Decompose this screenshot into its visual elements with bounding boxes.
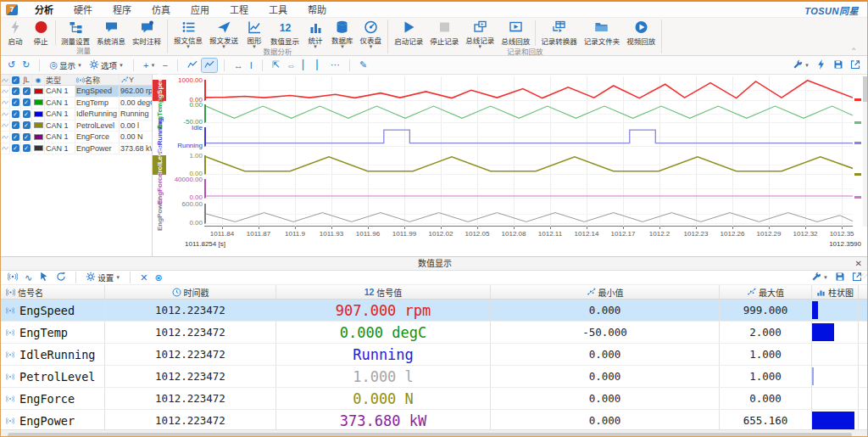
menu-tab[interactable]: 程序 (103, 1, 142, 18)
lane-label-PetrolLevel[interactable]: PetrolLevel (153, 155, 166, 175)
ribbon-button[interactable]: 记录转换器 (537, 18, 581, 48)
menu-tab[interactable]: 帮助 (298, 1, 337, 18)
ribbon-button[interactable]: 总线回放 (498, 18, 533, 48)
horizontal-scrollbar[interactable] (8, 433, 852, 437)
plot-canvas[interactable] (204, 76, 853, 227)
menu-tab[interactable]: 应用 (181, 1, 220, 18)
menu-tab[interactable]: 仿真 (142, 1, 181, 18)
graphics-tool-button[interactable]: ↻ (19, 59, 32, 71)
graphics-tool-button[interactable] (344, 59, 355, 72)
numeric-tool-button[interactable] (125, 271, 136, 284)
close-icon[interactable]: ✕ (855, 257, 862, 271)
x-tick-label: 1012.35 (821, 230, 863, 238)
graphics-tool-button[interactable] (202, 59, 217, 72)
ribbon-button[interactable]: 12 数值显示 (267, 18, 303, 48)
toolbar-icon: ∿ (25, 272, 32, 283)
current-value-gutter (854, 76, 862, 227)
graphics-tool-button[interactable]: 选项 ▼ (86, 59, 126, 72)
numeric-row[interactable]: IdleRunning 1012.223472 Running 0.000 1.… (1, 344, 868, 366)
graphics-tool-button[interactable]: ↔ (231, 59, 246, 71)
graphics-tool-button[interactable] (172, 59, 183, 72)
graphics-tool-button[interactable]: ▼ (790, 59, 812, 72)
numeric-row[interactable]: EngTemp 1012.223472 0.000 degC -50.000 2… (1, 322, 868, 344)
ribbon-button[interactable]: 报文信息 ▼ (170, 18, 206, 48)
numeric-tool-button[interactable]: ⊗ (152, 272, 164, 284)
graphics-tool-button[interactable] (257, 59, 268, 72)
graphics-tool-button[interactable] (185, 59, 200, 72)
lane-label-EngForce[interactable]: EngForce (153, 179, 166, 199)
header-signal-value[interactable]: 12信号值 (276, 285, 491, 299)
graphics-tool-button[interactable] (848, 59, 863, 72)
graphics-tool-button[interactable] (34, 59, 45, 72)
ribbon-button[interactable]: 实时注释 (129, 18, 164, 48)
graphics-tool-button[interactable]: ↺ (5, 59, 18, 71)
plot-scrollbar[interactable] (863, 76, 867, 227)
menu-tab[interactable]: 分析 (25, 1, 64, 18)
graphics-tool-button[interactable] (831, 59, 846, 72)
graphics-tool-button[interactable]: I (248, 59, 255, 71)
graphics-tool-button[interactable]: − (159, 59, 170, 71)
ribbon-button[interactable]: 停止 (28, 18, 53, 48)
numeric-tool-button[interactable]: ∿ (22, 272, 35, 284)
ribbon-button[interactable]: 报文发送 ▼ (206, 18, 242, 48)
numeric-tool-button[interactable]: 设置 ▼ (83, 271, 123, 284)
numeric-panel-titlebar: 数值显示 ✕ (1, 257, 868, 271)
cursor-time-right: 1012.3590 (810, 240, 861, 248)
numeric-row[interactable]: EngSpeed 1012.223472 907.000 rpm 0.000 9… (1, 300, 868, 322)
lane-label-EngPower[interactable]: EngPower (153, 204, 166, 224)
graphics-tool-button[interactable]: + ▼ (141, 59, 158, 71)
ribbon-button[interactable]: 启动记录 (391, 18, 426, 48)
ribbon-button[interactable]: 仪表盘 ▼ (357, 18, 386, 48)
graphics-tool-button[interactable]: ⋯ (328, 59, 342, 71)
numeric-tool-button[interactable]: ✕ (137, 272, 150, 284)
ribbon-button[interactable]: 停止记录 (426, 18, 462, 48)
graphics-tool-button[interactable] (128, 59, 139, 72)
ribbon-button[interactable]: 图形 ▼ (242, 18, 267, 48)
ribbon-button[interactable] (535, 20, 536, 46)
resize-grip[interactable]: ⟋⟋ (860, 272, 867, 281)
ribbon-button-label: 记录文件夹 (584, 36, 620, 46)
header-min-value[interactable]: 最小值 (491, 285, 720, 299)
numeric-tool-button[interactable] (832, 271, 848, 284)
toolbar-icon (8, 272, 18, 283)
graphics-tool-button[interactable]: ▏ (300, 59, 312, 71)
x-tick (477, 227, 478, 229)
graphics-tool-button[interactable]: ▏ (314, 59, 326, 71)
toolbar-icon: ▏ (317, 59, 324, 70)
numeric-tool-button[interactable] (53, 271, 69, 284)
ribbon-collapse-icon[interactable]: ^ (852, 46, 855, 53)
header-timestamp[interactable]: 时间戳 (105, 285, 276, 299)
header-bar-chart[interactable]: 柱状图 (812, 285, 859, 299)
ribbon-button[interactable]: 统计 ▼ (303, 18, 328, 48)
ribbon-button[interactable]: 视频回放 (623, 18, 659, 48)
graphics-tool-button[interactable]: ⇱ (270, 59, 282, 71)
ribbon-button[interactable]: 启动 (3, 18, 28, 48)
signal-icon (6, 395, 17, 403)
header-max-value[interactable]: 最大值 (720, 285, 812, 299)
numeric-row[interactable]: EngForce 1012.223472 0.000 N 0.000 0.000 (1, 388, 868, 410)
numeric-row[interactable]: PetrolLevel 1012.223472 1.000 l 0.000 1.… (1, 366, 868, 388)
header-signal-name[interactable]: 信号名 (1, 285, 105, 299)
graphics-tool-button[interactable] (814, 59, 829, 72)
numeric-tool-button[interactable] (5, 271, 20, 284)
ribbon-button[interactable]: 系统消息 (93, 18, 129, 48)
menu-tab[interactable]: 工程 (220, 1, 259, 18)
ribbon-button[interactable]: 数据库 ▼ (328, 18, 357, 48)
ribbon-button[interactable]: 总线记录 ▼ (462, 18, 498, 48)
ribbon-button[interactable]: 测量设置 (58, 18, 93, 48)
graphics-tool-button[interactable]: ◎ 显示 ▼ (47, 59, 85, 72)
row-max-value: 1.000 (720, 366, 812, 387)
numeric-tool-button[interactable]: ▼ (809, 271, 831, 284)
lane-label-IdleRunning[interactable]: IdleRunning (153, 127, 166, 147)
x-tick (805, 227, 806, 229)
menu-tab[interactable]: 硬件 (64, 1, 103, 18)
menu-tab[interactable]: 工具 (259, 1, 298, 18)
x-tick (732, 227, 733, 229)
graphics-tool-button[interactable]: ✎ (357, 59, 370, 71)
ribbon-button[interactable] (55, 20, 56, 45)
numeric-tool-button[interactable] (36, 271, 52, 284)
numeric-tool-button[interactable] (70, 271, 81, 284)
ribbon-button[interactable]: 记录文件夹 (581, 18, 624, 48)
graphics-tool-button[interactable] (219, 59, 230, 72)
graphics-tool-button[interactable]: ⇔ (284, 59, 298, 71)
